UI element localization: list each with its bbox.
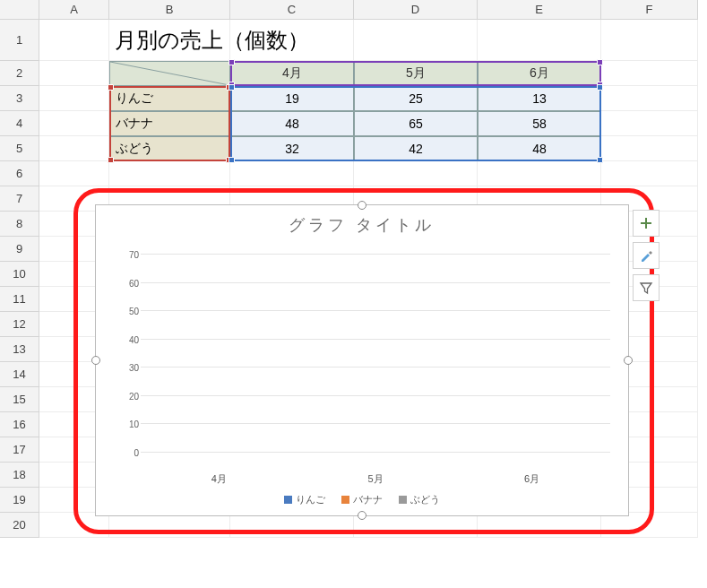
row-header-15[interactable]: 15: [0, 387, 39, 412]
column-header-B[interactable]: B: [109, 0, 230, 20]
row-headers: 1234567891011121314151617181920: [0, 20, 39, 588]
row-header-19[interactable]: 19: [0, 488, 39, 513]
row-header-18[interactable]: 18: [0, 463, 39, 488]
chart-handle[interactable]: [624, 356, 633, 365]
column-header-E[interactable]: E: [478, 0, 601, 20]
chart-bars: [141, 255, 610, 453]
cell-A5[interactable]: [39, 136, 109, 161]
chart-tools: [633, 210, 660, 301]
cell-B1[interactable]: 月別の売上（個数）: [109, 20, 230, 61]
column-header-F[interactable]: F: [601, 0, 698, 20]
cell-F20[interactable]: [601, 513, 698, 538]
cell-D5[interactable]: 42: [354, 136, 478, 161]
chart-handle[interactable]: [91, 356, 100, 365]
cell-A2[interactable]: [39, 61, 109, 86]
x-label: 4月: [211, 472, 227, 486]
cell-E3[interactable]: 13: [478, 86, 601, 111]
row-header-14[interactable]: 14: [0, 362, 39, 387]
row-header-5[interactable]: 5: [0, 136, 39, 161]
cell-F4[interactable]: [601, 111, 698, 136]
cell-A6[interactable]: [39, 161, 109, 186]
row-header-20[interactable]: 20: [0, 513, 39, 538]
embedded-chart[interactable]: グラフ タイトル 010203040506070 4月5月6月 りんごバナナぶど…: [95, 204, 629, 516]
row-header-17[interactable]: 17: [0, 437, 39, 463]
row-header-10[interactable]: 10: [0, 262, 39, 287]
cell-E4[interactable]: 58: [478, 111, 601, 136]
row-header-12[interactable]: 12: [0, 312, 39, 337]
cell-B6[interactable]: [109, 161, 230, 186]
legend-label: ぶどう: [410, 493, 440, 506]
cell-B3[interactable]: りんご: [109, 86, 230, 111]
legend-swatch: [341, 496, 349, 504]
chart-filter-button[interactable]: [633, 274, 660, 301]
chart-handle[interactable]: [358, 201, 366, 210]
legend-item[interactable]: りんご: [284, 493, 325, 506]
cell-F2[interactable]: [601, 61, 698, 86]
select-all-corner[interactable]: [0, 0, 39, 20]
cell-D20[interactable]: [354, 513, 478, 538]
chart-legend[interactable]: りんごバナナぶどう: [96, 493, 628, 506]
cell-A20[interactable]: [39, 513, 109, 538]
legend-item[interactable]: バナナ: [341, 493, 383, 506]
row-header-2[interactable]: 2: [0, 61, 39, 86]
chart-elements-button[interactable]: [633, 210, 660, 237]
row-header-16[interactable]: 16: [0, 412, 39, 437]
cell-E20[interactable]: [478, 513, 601, 538]
cell-F1[interactable]: [601, 20, 698, 61]
legend-swatch: [284, 496, 292, 504]
column-header-A[interactable]: A: [39, 0, 109, 20]
chart-title[interactable]: グラフ タイトル: [96, 205, 628, 239]
legend-item[interactable]: ぶどう: [399, 493, 440, 506]
cell-E6[interactable]: [478, 161, 601, 186]
cell-B20[interactable]: [109, 513, 230, 538]
row-header-13[interactable]: 13: [0, 337, 39, 362]
cell-C6[interactable]: [230, 161, 354, 186]
row-header-11[interactable]: 11: [0, 287, 39, 312]
y-tick: 70: [129, 250, 139, 260]
chart-handle[interactable]: [358, 511, 366, 520]
cell-A4[interactable]: [39, 111, 109, 136]
cell-B4[interactable]: バナナ: [109, 111, 230, 136]
row-header-4[interactable]: 4: [0, 111, 39, 136]
row-header-3[interactable]: 3: [0, 86, 39, 111]
x-label: 5月: [367, 472, 383, 486]
y-tick: 20: [129, 391, 139, 401]
cell-D4[interactable]: 65: [354, 111, 478, 136]
svg-line-0: [110, 62, 229, 85]
row-header-8[interactable]: 8: [0, 212, 39, 237]
chart-plot-area[interactable]: 010203040506070 4月5月6月: [141, 255, 610, 453]
row-header-1[interactable]: 1: [0, 20, 39, 61]
y-tick: 60: [129, 278, 139, 288]
cell-D3[interactable]: 25: [354, 86, 478, 111]
cell-D1[interactable]: [354, 20, 478, 61]
chart-styles-button[interactable]: [633, 242, 660, 269]
cell-F5[interactable]: [601, 136, 698, 161]
y-tick: 0: [134, 448, 139, 458]
row-header-7[interactable]: 7: [0, 186, 39, 212]
cell-E2[interactable]: 6月: [478, 61, 601, 86]
cell-D2[interactable]: 5月: [354, 61, 478, 86]
legend-label: バナナ: [353, 493, 383, 506]
legend-label: りんご: [296, 493, 325, 506]
cell-C3[interactable]: 19: [230, 86, 354, 111]
cell-C4[interactable]: 48: [230, 111, 354, 136]
cell-C20[interactable]: [230, 513, 354, 538]
cell-E1[interactable]: [478, 20, 601, 61]
cell-D6[interactable]: [354, 161, 478, 186]
cell-A1[interactable]: [39, 20, 109, 61]
y-tick: 30: [129, 363, 139, 373]
cell-A3[interactable]: [39, 86, 109, 111]
cell-F6[interactable]: [601, 161, 698, 186]
cell-C5[interactable]: 32: [230, 136, 354, 161]
cell-B2[interactable]: [109, 61, 230, 86]
cell-C1[interactable]: [230, 20, 354, 61]
row-header-9[interactable]: 9: [0, 237, 39, 262]
cell-B5[interactable]: ぶどう: [109, 136, 230, 161]
row-header-6[interactable]: 6: [0, 161, 39, 186]
cell-E5[interactable]: 48: [478, 136, 601, 161]
cell-C2[interactable]: 4月: [230, 61, 354, 86]
column-header-C[interactable]: C: [230, 0, 354, 20]
column-header-D[interactable]: D: [354, 0, 478, 20]
x-label: 6月: [524, 472, 539, 486]
cell-F3[interactable]: [601, 86, 698, 111]
